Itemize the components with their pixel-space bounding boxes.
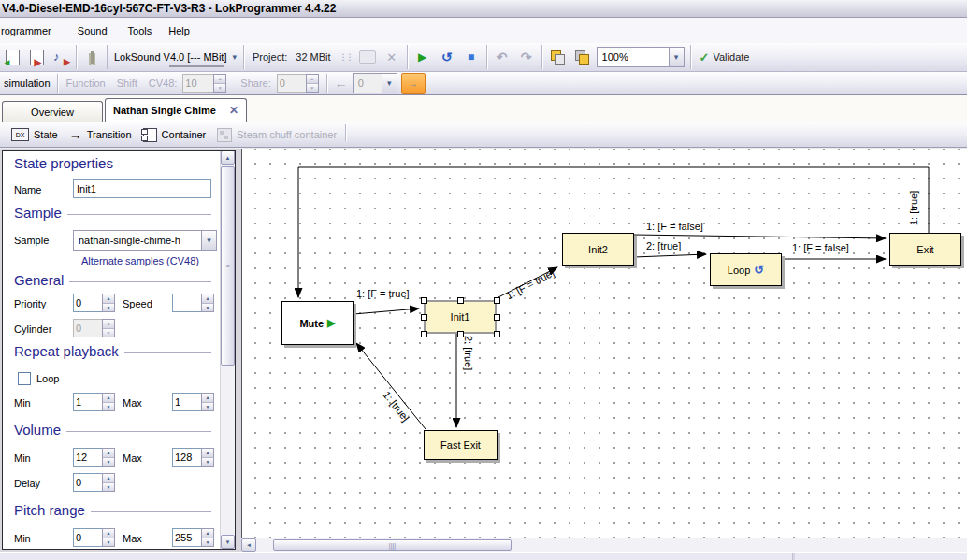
menu-sound[interactable]: Sound [70,22,115,39]
volume-max-stepper[interactable]: ▲▼ [172,448,214,467]
spin-down-icon[interactable]: ▼ [103,538,114,547]
spin-up-icon[interactable]: ▲ [103,394,114,403]
spin-down-icon[interactable]: ▼ [202,304,213,312]
stop-simulation-button[interactable]: ■ [460,46,483,68]
volume-min-stepper[interactable]: ▲▼ [73,448,115,467]
repeat-min-stepper[interactable]: ▲▼ [73,393,115,411]
transition-label-exit-mute[interactable]: 1: [true] [908,191,919,225]
spin-up-icon[interactable]: ▲ [103,474,114,483]
selection-handle[interactable] [457,297,464,304]
step-forward-button[interactable]: → [401,73,426,94]
add-state-button[interactable]: DX State [6,125,64,145]
repeat-min-value[interactable] [73,393,102,411]
decoder-type-dropdown[interactable]: LokSound V4.0 [--- MBit] ▾ [110,47,240,67]
scroll-left-button[interactable]: ◄ [241,538,256,552]
send-backward-button[interactable] [570,46,593,68]
menu-help[interactable]: Help [161,22,197,39]
canvas-horizontal-scrollbar[interactable]: ◄ |||| [241,538,967,552]
volume-min-value[interactable] [73,448,102,467]
state-exit[interactable]: Exit [889,233,961,266]
programmer-device-button[interactable] [80,46,103,68]
spin-down-icon[interactable]: ▼ [202,538,213,547]
sample-combobox[interactable]: nathan-single-chime-h ▾ [73,230,217,251]
speed-stepper[interactable]: ▲▼ [172,294,214,312]
spin-up-icon[interactable]: ▲ [202,294,213,304]
spin-up-icon[interactable]: ▲ [202,449,213,458]
selection-handle[interactable] [494,314,500,321]
priority-stepper[interactable]: ▲▼ [73,294,115,312]
toolbar-grip[interactable]: ⋮⋮ [339,52,353,62]
spin-down-icon[interactable]: ▼ [202,458,213,467]
zoom-level-combobox[interactable]: 100% ▾ [597,47,685,67]
scroll-track[interactable]: ≡ [221,165,235,535]
close-tab-icon[interactable]: ✕ [229,104,238,117]
transition-label-init2-exit[interactable]: 1: [F = false] [646,221,703,232]
scroll-down-button[interactable]: ▼ [221,535,235,549]
spin-down-icon[interactable]: ▼ [103,458,114,467]
add-container-button[interactable]: Container [137,125,212,145]
state-init1[interactable]: Init1 [424,300,497,334]
repeat-max-stepper[interactable]: ▲▼ [172,393,214,411]
step-back-button[interactable]: ← [330,76,353,91]
delay-stepper[interactable]: ▲▼ [73,473,115,492]
export-sound-button[interactable]: ♪▶ [50,46,72,68]
volume-max-value[interactable] [172,448,201,467]
export-project-button[interactable]: ▶ [25,46,48,68]
menu-tools[interactable]: Tools [121,22,160,39]
scroll-track[interactable]: |||| [256,538,967,552]
loop-simulation-button[interactable]: ↺ [436,46,458,68]
state-diagram-canvas[interactable]: Mute ▶ Init1 Init2 Loop ↺ Exit Fast Exit [241,149,967,538]
selection-handle[interactable] [421,331,427,337]
selection-handle[interactable] [494,331,500,337]
pitch-max-value[interactable] [172,528,201,547]
spin-down-icon[interactable]: ▼ [103,483,114,492]
selection-handle[interactable] [494,297,500,304]
delay-value[interactable] [73,473,102,492]
selection-handle[interactable] [421,314,427,321]
loop-checkbox[interactable] [18,372,31,385]
selection-handle[interactable] [421,297,427,304]
transition-label-loop-exit[interactable]: 1: [F = false] [792,242,849,253]
scroll-thumb[interactable]: |||| [273,539,512,551]
transition-mute-to-init1[interactable] [354,309,419,314]
priority-value[interactable] [73,294,102,312]
pitch-max-stepper[interactable]: ▲▼ [172,528,214,547]
transition-label-init2-loop[interactable]: 2: [true] [646,240,681,251]
spin-up-icon[interactable]: ▲ [103,294,114,304]
spin-down-icon[interactable]: ▼ [103,304,114,312]
transition-label-mute-init1[interactable]: 1: [F = true] [356,288,410,299]
pitch-min-stepper[interactable]: ▲▼ [73,528,115,547]
bring-forward-button[interactable] [546,46,569,68]
tab-overview[interactable]: Overview [2,101,103,122]
transition-init2-to-loop[interactable] [634,254,706,257]
speed-value[interactable] [172,294,201,312]
selection-handle[interactable] [457,331,464,337]
state-init2[interactable]: Init2 [562,233,634,266]
spin-up-icon[interactable]: ▲ [103,449,114,458]
tab-nathan-single-chime[interactable]: Nathan Single Chime ✕ [105,98,247,122]
state-loop[interactable]: Loop ↺ [710,253,782,286]
name-field[interactable] [73,179,211,198]
add-transition-button[interactable]: → Transition [64,125,137,145]
spin-up-icon[interactable]: ▲ [103,529,114,538]
spin-down-icon[interactable]: ▼ [202,403,213,411]
transition-fastexit-to-mute[interactable] [356,343,426,429]
state-fast-exit[interactable]: Fast Exit [424,430,498,460]
spin-up-icon[interactable]: ▲ [202,394,213,403]
alternate-samples-link[interactable]: Alternate samples (CV48) [81,255,199,266]
repeat-max-value[interactable] [172,393,201,411]
pitch-min-value[interactable] [73,528,102,547]
title-bar[interactable]: V4.0-Diesel-EMD-16cyl-567C-FT-V3-R3 - Lo… [0,0,967,18]
transition-init2-to-exit[interactable] [634,235,886,238]
menu-programmer[interactable]: rogrammer [0,22,59,39]
panel-vertical-scrollbar[interactable]: ▲ ≡ ▼ [220,151,235,549]
spin-up-icon[interactable]: ▲ [202,529,213,538]
transition-label-init1-fastexit[interactable]: 2: [true] [463,336,474,370]
import-project-button[interactable]: ◄ [1,46,23,68]
validate-button[interactable]: ✓ Validate [695,46,755,68]
spin-down-icon[interactable]: ▼ [103,403,114,411]
scroll-up-button[interactable]: ▲ [221,151,235,165]
play-simulation-button[interactable]: ▶ [411,46,434,68]
scroll-thumb[interactable]: ≡ [221,166,235,366]
state-mute[interactable]: Mute ▶ [281,301,354,345]
